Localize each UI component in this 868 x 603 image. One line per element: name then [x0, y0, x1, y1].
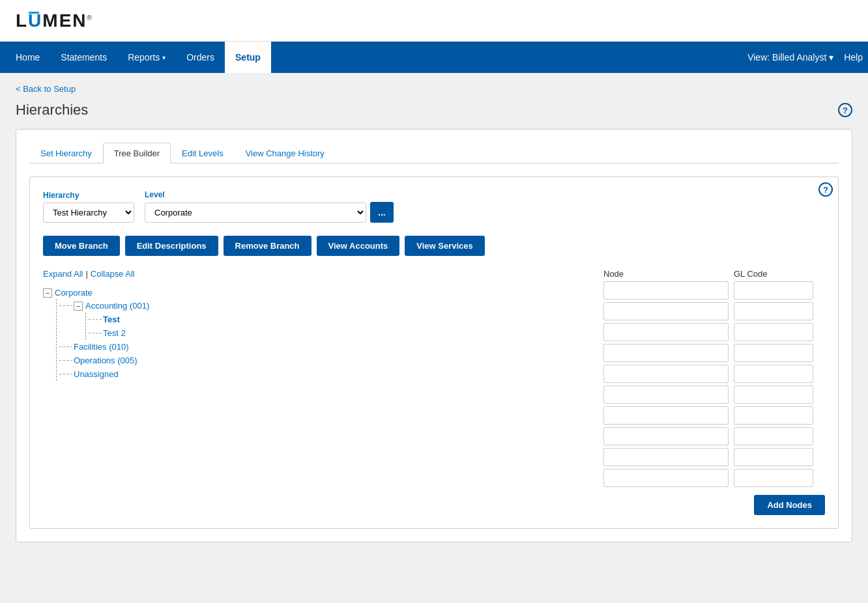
- gl-input-10[interactable]: [734, 469, 813, 487]
- nav-left: Home Statements Reports ▾ Orders Setup: [5, 42, 747, 73]
- tab-edit-levels[interactable]: Edit Levels: [171, 143, 235, 163]
- node-input-4[interactable]: [603, 344, 729, 362]
- tab-view-change-history[interactable]: View Change History: [235, 143, 336, 163]
- branch-line-test2: [89, 333, 102, 333]
- branch-line-unassigned: [59, 374, 72, 374]
- gl-col-label: GL Code: [734, 269, 818, 279]
- accounting-toggle[interactable]: −: [74, 302, 83, 311]
- node-gl-row: [603, 344, 825, 362]
- gl-input-3[interactable]: [734, 323, 813, 341]
- level-group: Level Corporate ...: [145, 190, 394, 223]
- node-gl-panel: Node GL Code: [603, 269, 825, 515]
- move-branch-button[interactable]: Move Branch: [43, 236, 120, 256]
- gl-input-2[interactable]: [734, 302, 813, 320]
- tree-section: Expand All | Collapse All − Corporate: [43, 269, 825, 515]
- nav-home[interactable]: Home: [5, 42, 50, 73]
- gl-input-1[interactable]: [734, 281, 813, 300]
- level-label: Level: [145, 190, 394, 199]
- root-link[interactable]: Corporate: [55, 288, 93, 298]
- view-services-button[interactable]: View Services: [405, 236, 485, 256]
- accounting-link[interactable]: Accounting (001): [85, 301, 149, 311]
- level-select[interactable]: Corporate: [145, 203, 366, 223]
- page-title-row: Hierarchies ?: [16, 102, 852, 119]
- nav-reports[interactable]: Reports ▾: [117, 42, 176, 73]
- tabs-container: Set Hierarchy Tree Builder Edit Levels V…: [29, 143, 839, 163]
- node-gl-row: [603, 323, 825, 341]
- tab-tree-builder[interactable]: Tree Builder: [103, 143, 171, 163]
- page-help-icon[interactable]: ?: [838, 103, 852, 117]
- page-title: Hierarchies: [16, 102, 88, 119]
- node-input-9[interactable]: [603, 448, 729, 466]
- gl-input-7[interactable]: [734, 406, 813, 425]
- remove-branch-button[interactable]: Remove Branch: [224, 236, 311, 256]
- hierarchy-label: Hierarchy: [43, 191, 134, 200]
- hierarchy-group: Hierarchy Test Hierarchy: [43, 191, 134, 223]
- tree-root-item[interactable]: − Corporate: [43, 287, 590, 299]
- node-col-label: Node: [603, 269, 734, 279]
- node-gl-row: [603, 448, 825, 466]
- branch-line-operations: [59, 360, 72, 361]
- expand-all-link[interactable]: Expand All: [43, 269, 83, 279]
- edit-descriptions-button[interactable]: Edit Descriptions: [125, 236, 218, 256]
- gl-input-5[interactable]: [734, 365, 813, 383]
- facilities-item[interactable]: Facilities (010): [57, 340, 590, 354]
- test-item[interactable]: Test: [86, 313, 590, 326]
- nav-bar: Home Statements Reports ▾ Orders Setup V…: [0, 42, 868, 73]
- node-input-6[interactable]: [603, 386, 729, 404]
- operations-link[interactable]: Operations (005): [74, 356, 137, 365]
- add-nodes-button[interactable]: Add Nodes: [754, 495, 825, 515]
- tree-panel: Expand All | Collapse All − Corporate: [43, 269, 590, 515]
- root-children: − Accounting (001) Test: [56, 299, 590, 381]
- add-nodes-row: Add Nodes: [603, 495, 825, 515]
- node-input-8[interactable]: [603, 427, 729, 445]
- operations-item[interactable]: Operations (005): [57, 354, 590, 367]
- node-input-3[interactable]: [603, 323, 729, 341]
- branch-line-facilities: [59, 346, 72, 347]
- main-content: < Back to Setup Hierarchies ? Set Hierar…: [0, 73, 868, 603]
- test2-item[interactable]: Test 2: [86, 326, 590, 340]
- branch-line-test: [89, 319, 102, 320]
- node-gl-row: [603, 386, 825, 404]
- hierarchy-select[interactable]: Test Hierarchy: [43, 203, 134, 223]
- node-gl-row: [603, 302, 825, 320]
- back-to-setup-link[interactable]: < Back to Setup: [16, 84, 76, 94]
- accounting-children: Test Test 2: [85, 313, 590, 340]
- tab-set-hierarchy[interactable]: Set Hierarchy: [29, 143, 103, 163]
- gl-input-8[interactable]: [734, 427, 813, 445]
- logo-bar: LUMEN®: [0, 0, 868, 42]
- node-input-7[interactable]: [603, 406, 729, 425]
- branch-line-1: [59, 305, 72, 306]
- test-link[interactable]: Test: [103, 315, 120, 324]
- unassigned-link[interactable]: Unassigned: [74, 369, 119, 379]
- node-gl-row: [603, 406, 825, 425]
- nav-orders[interactable]: Orders: [176, 42, 225, 73]
- gl-input-9[interactable]: [734, 448, 813, 466]
- link-separator: |: [85, 269, 87, 279]
- test2-link[interactable]: Test 2: [103, 328, 126, 338]
- card-help-icon[interactable]: ?: [818, 182, 833, 197]
- nav-setup[interactable]: Setup: [225, 42, 271, 73]
- unassigned-item[interactable]: Unassigned: [57, 367, 590, 381]
- nav-help[interactable]: Help: [844, 52, 863, 63]
- nav-statements[interactable]: Statements: [50, 42, 117, 73]
- view-accounts-button[interactable]: View Accounts: [317, 236, 400, 256]
- logo: LUMEN®: [16, 10, 93, 31]
- nav-right: View: Billed Analyst ▾ Help: [747, 42, 863, 73]
- tree-root: − Corporate − Accounting (001): [43, 287, 590, 381]
- gl-input-6[interactable]: [734, 386, 813, 404]
- node-input-5[interactable]: [603, 365, 729, 383]
- node-input-2[interactable]: [603, 302, 729, 320]
- collapse-all-link[interactable]: Collapse All: [91, 269, 135, 279]
- node-gl-row: [603, 281, 825, 300]
- form-row: Hierarchy Test Hierarchy Level Corporate…: [43, 190, 825, 223]
- gl-input-4[interactable]: [734, 344, 813, 362]
- node-input-10[interactable]: [603, 469, 729, 487]
- root-toggle[interactable]: −: [43, 288, 52, 298]
- action-buttons: Move Branch Edit Descriptions Remove Bra…: [43, 236, 825, 256]
- analyst-dropdown-arrow: ▾: [829, 52, 833, 63]
- dots-button[interactable]: ...: [370, 202, 394, 223]
- nav-view-analyst[interactable]: View: Billed Analyst ▾: [747, 52, 833, 63]
- node-input-1[interactable]: [603, 281, 729, 300]
- node-gl-row: [603, 469, 825, 487]
- facilities-link[interactable]: Facilities (010): [74, 342, 129, 352]
